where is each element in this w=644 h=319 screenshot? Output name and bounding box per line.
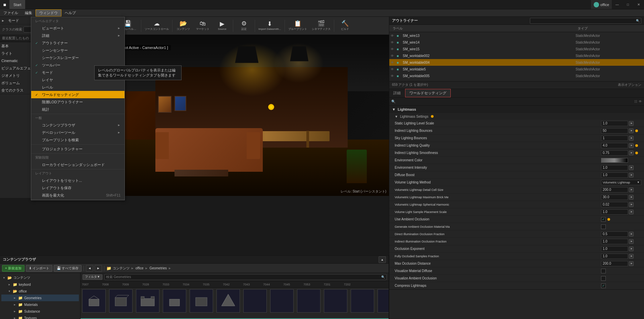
vis-ao-checkbox[interactable] — [601, 276, 606, 281]
vis-diffuse-checkbox[interactable] — [601, 269, 606, 273]
static-lighting-scale-input[interactable] — [601, 121, 628, 126]
vl-max-input[interactable] — [601, 195, 628, 200]
dd-item-sequence-recorder[interactable]: シーケンスレコーダー — [31, 54, 125, 61]
table-row[interactable]: 👁 ■ SM_wire13 StaticMeshActor — [389, 32, 644, 39]
lightmass-settings-header[interactable]: ▼ Lightmass Settings — [389, 113, 644, 120]
table-row[interactable]: 👁 ■ SM_worktable004 StaticMeshActor — [389, 59, 644, 66]
env-color-swatch[interactable] — [601, 158, 628, 163]
source-control-button[interactable]: ☁ ソースコントロール — [143, 18, 171, 34]
table-row[interactable]: 👁 ■ SM_worktable5 StaticMeshActor — [389, 66, 644, 72]
menu-file[interactable]: ファイル — [0, 9, 21, 16]
indirect-bounces-input[interactable] — [601, 128, 628, 134]
list-item[interactable] — [107, 288, 134, 318]
dd-item-viewport[interactable]: ビューポート ► — [31, 24, 125, 32]
volume-method-dropdown[interactable]: Volumetric Lightmap ▼ — [601, 180, 641, 185]
cb-back-button[interactable]: ◄ — [86, 265, 93, 272]
start-tab[interactable]: Start — [9, 0, 25, 9]
occ-exp-reset[interactable]: ➤ — [629, 247, 634, 251]
static-lighting-scale-reset[interactable]: ➤ — [629, 121, 634, 126]
dd-item-maximize[interactable]: 画面を最大化 Shift+F11 — [31, 192, 125, 199]
list-item[interactable] — [268, 288, 295, 318]
content-button[interactable]: 📂 コンテンツ — [174, 18, 193, 34]
list-item[interactable] — [376, 288, 389, 318]
indirect-quality-reset[interactable]: ➤ — [629, 143, 634, 148]
vl-detail-input[interactable] — [601, 187, 628, 193]
minimize-button[interactable]: — — [612, 0, 623, 9]
build-button[interactable]: 🔨 ビルド — [336, 18, 354, 34]
gen-ao-checkbox[interactable] — [601, 224, 606, 229]
vl-spherical-reset[interactable]: ➤ — [629, 202, 634, 207]
vol-sample-reset[interactable]: ➤ — [629, 210, 634, 214]
lightmass-header[interactable]: ▼ Lightmass — [389, 106, 644, 113]
tree-item[interactable]: ► 📁 Geometries — [1, 295, 79, 301]
breadcrumb-geometries[interactable]: Geometries — [149, 266, 167, 270]
sky-bounces-input[interactable] — [601, 136, 628, 141]
indirect-smoothness-reset[interactable]: ➤ — [629, 151, 634, 155]
vl-detail-reset[interactable]: ➤ — [629, 188, 634, 192]
dd-item-stats[interactable]: 統計 — [31, 106, 125, 113]
list-item[interactable] — [322, 288, 349, 318]
tree-item[interactable]: ▼ 📂 コンテンツ — [1, 274, 79, 281]
menu-edit[interactable]: 編集 — [21, 9, 36, 16]
dd-item-content-browser[interactable]: コンテンツブラウザ ► — [31, 121, 125, 129]
use-ao-checkbox[interactable]: ✓ — [601, 217, 606, 222]
max-occ-input[interactable] — [601, 261, 628, 266]
asset-search-input[interactable] — [106, 275, 380, 279]
blueprint-button[interactable]: 📋 ブループリント — [286, 18, 309, 34]
list-item[interactable] — [188, 288, 215, 318]
menu-window[interactable]: ウィンドウ — [36, 9, 61, 16]
indirect-bounces-reset[interactable]: ➤ — [629, 128, 634, 133]
list-item[interactable] — [161, 288, 188, 318]
new-add-button[interactable]: + 新規追加 — [2, 265, 24, 272]
diffuse-boost-reset[interactable]: ➤ — [629, 173, 634, 177]
list-item[interactable] — [215, 288, 242, 318]
indirect-illum-reset[interactable]: ➤ — [629, 239, 634, 244]
diffuse-boost-input[interactable] — [601, 172, 628, 178]
sky-bounces-reset[interactable]: ➤ — [629, 136, 634, 141]
cb-forward-button[interactable]: ► — [95, 265, 102, 272]
dd-item-hierarchical-lod[interactable]: 階層LODアウトライナー — [31, 98, 125, 106]
tree-item[interactable]: ► 📁 Substance — [1, 308, 79, 315]
table-row[interactable]: 👁 ■ SM_worktable006 StaticMeshActor — [389, 79, 644, 81]
outliner-search-input[interactable] — [532, 19, 635, 22]
source2-button[interactable]: ▶ Source — [213, 18, 232, 34]
table-row[interactable]: 👁 ■ SM_worktable005 StaticMeshActor — [389, 72, 644, 79]
fully-occ-reset[interactable]: ➤ — [629, 254, 634, 259]
save-all-button[interactable]: 💾 すべて保存 — [54, 265, 82, 272]
list-item[interactable] — [242, 288, 268, 318]
vl-max-reset[interactable]: ➤ — [629, 195, 634, 200]
table-row[interactable]: 👁 ■ SM_wire14 StaticMeshActor — [389, 39, 644, 46]
tree-item[interactable]: ▼ 📂 office — [1, 288, 79, 295]
cb-expand-icon[interactable]: ▲ — [379, 256, 386, 263]
dd-item-outliner[interactable]: ✓ アウトライナー — [31, 39, 125, 47]
dd-item-find-blueprint[interactable]: ブループリントを検索 — [31, 136, 125, 144]
max-occ-reset[interactable]: ➤ — [629, 261, 634, 266]
table-row[interactable]: 👁 ■ SM_worktable002 StaticMeshActor — [389, 52, 644, 59]
breadcrumb-content[interactable]: コンテンツ — [113, 266, 130, 271]
dd-item-details[interactable]: 詳細 ► — [31, 32, 125, 39]
tab-details[interactable]: 詳細 — [389, 89, 405, 97]
breadcrumb-office[interactable]: office — [136, 266, 144, 270]
compress-lm-checkbox[interactable]: ✓ — [601, 283, 606, 288]
indirect-smoothness-input[interactable] — [601, 150, 628, 156]
env-color-value[interactable] — [601, 158, 641, 163]
dd-item-level[interactable]: レベル — [31, 84, 125, 91]
filter-button[interactable]: フィルタ▼ — [83, 274, 102, 280]
direct-illum-input[interactable] — [601, 231, 628, 237]
dd-item-dev-tools[interactable]: デベロッパーツール ► — [31, 129, 125, 136]
list-item[interactable] — [349, 288, 376, 318]
vol-sample-input[interactable] — [601, 209, 628, 215]
tab-world-settings[interactable]: ワールドセッティング — [405, 89, 451, 97]
list-item[interactable] — [81, 288, 107, 318]
list-item[interactable] — [134, 288, 161, 318]
maximize-button[interactable]: □ — [623, 0, 633, 9]
import-button[interactable]: ⬇ Import Datasmith... — [256, 18, 283, 34]
dd-item-localization[interactable]: ローカライゼーションダッシュボード — [31, 161, 125, 168]
indirect-illum-input[interactable] — [601, 239, 628, 244]
view-options-button[interactable]: 表示オプション — [618, 83, 641, 87]
close-button[interactable]: ✕ — [633, 0, 644, 9]
direct-illum-reset[interactable]: ➤ — [629, 232, 634, 236]
settings-button[interactable]: ⚙ 設定 — [235, 18, 253, 34]
list-item[interactable] — [295, 288, 322, 318]
cinematics-button[interactable]: 🎬 シネマティクス — [310, 18, 333, 34]
